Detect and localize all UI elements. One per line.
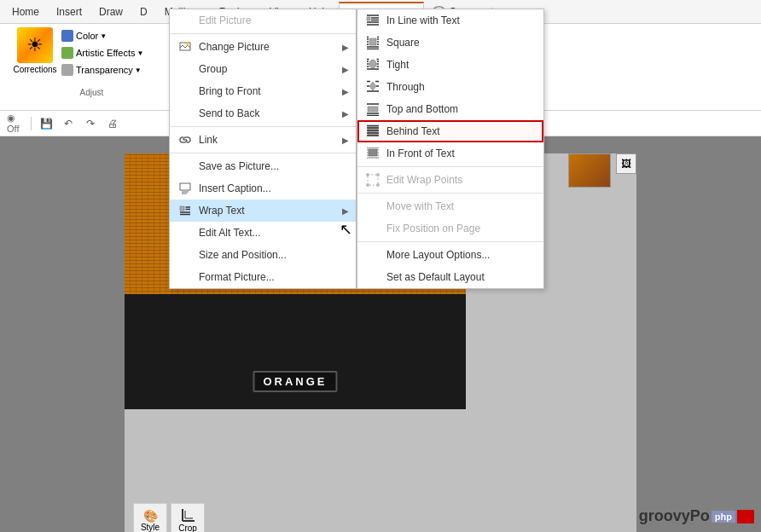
crop-doc-button[interactable]: Crop: [171, 503, 205, 532]
sub-through[interactable]: Through: [357, 76, 543, 98]
artistic-effects-button[interactable]: Artistic Effects ▼: [60, 44, 145, 61]
sub-tight[interactable]: Tight: [357, 54, 543, 76]
topbottom-wrap-icon: [364, 102, 381, 116]
ctx-group[interactable]: Group ▶: [170, 58, 356, 80]
svg-point-82: [366, 173, 369, 176]
ctx-change-picture[interactable]: Change Picture ▶: [170, 36, 356, 58]
tight-wrap-icon: [364, 58, 381, 72]
edit-wrap-icon: [364, 173, 381, 187]
svg-rect-65: [368, 107, 378, 112]
svg-rect-32: [367, 17, 370, 20]
ctx-sep-2: [170, 126, 356, 127]
svg-rect-81: [368, 175, 378, 185]
change-picture-arrow: ▶: [342, 43, 349, 52]
link-icon: [177, 133, 194, 147]
sub-move-with-text: Move with Text: [357, 195, 543, 217]
tab-insert[interactable]: Insert: [48, 3, 90, 21]
behind-text-icon: [364, 124, 381, 138]
group-icon: [177, 62, 194, 76]
ctx-insert-caption[interactable]: Insert Caption...: [170, 177, 356, 200]
ctx-bring-to-front[interactable]: Bring to Front ▶: [170, 80, 356, 102]
watermark-php: php: [712, 511, 735, 523]
sub-behind-text[interactable]: Behind Text: [357, 120, 543, 142]
tab-home[interactable]: Home: [3, 3, 48, 21]
svg-marker-59: [369, 82, 376, 90]
sub-inline-text[interactable]: In Line with Text: [357, 9, 543, 32]
through-wrap-icon: [364, 80, 381, 94]
corrections-icon: ☀: [17, 27, 53, 63]
bottom-toolbar: 🎨 Style Crop: [133, 503, 205, 532]
toggle-button[interactable]: ◉ Off: [7, 114, 26, 133]
svg-rect-80: [369, 149, 377, 156]
link-arrow: ▶: [342, 136, 349, 145]
save-picture-icon: [177, 159, 194, 173]
tab-d[interactable]: D: [131, 3, 156, 21]
svg-point-85: [376, 183, 380, 187]
ctx-save-as-picture[interactable]: Save as Picture...: [170, 155, 356, 177]
ctx-edit-alt-text[interactable]: Edit Alt Text...: [170, 222, 356, 244]
corrections-label: Corrections: [13, 65, 56, 74]
style-button[interactable]: 🎨 Style: [133, 503, 167, 532]
sub-sep-1: [357, 166, 543, 167]
svg-rect-27: [180, 206, 184, 211]
edit-picture-icon: [177, 14, 194, 27]
send-back-arrow: ▶: [342, 109, 349, 119]
sub-in-front-text[interactable]: In Front of Text: [357, 142, 543, 165]
format-pic-icon: [177, 270, 194, 284]
group-arrow: ▶: [342, 65, 349, 74]
tab-draw[interactable]: Draw: [90, 3, 131, 21]
sub-edit-wrap-points: Edit Wrap Points: [357, 169, 543, 191]
transparency-button[interactable]: Transparency ▼: [60, 61, 145, 78]
svg-point-49: [369, 60, 376, 68]
context-menu: Edit Picture Change Picture ▶ Group ▶ Br…: [169, 9, 357, 289]
corrections-button[interactable]: ☀ Corrections: [14, 27, 56, 74]
ctx-wrap-text[interactable]: Wrap Text ▶: [170, 200, 356, 222]
more-layout-icon: [364, 248, 381, 262]
move-text-icon: [364, 200, 381, 213]
undo-button[interactable]: ↶: [59, 114, 78, 133]
transparency-dropdown-arrow[interactable]: ▼: [135, 66, 142, 74]
wrap-text-submenu: In Line with Text Square Tight Through T…: [357, 9, 544, 289]
watermark-text: groovyPo: [639, 507, 710, 525]
insert-caption-icon: [177, 182, 194, 195]
picture-icon-button[interactable]: 🖼: [616, 153, 636, 174]
bring-front-icon: [177, 84, 194, 98]
sub-fix-position: Fix Position on Page: [357, 217, 543, 240]
color-button[interactable]: Color ▼: [60, 27, 145, 44]
wrap-text-ctx-icon: [177, 204, 194, 217]
watermark-red-box: [737, 510, 754, 523]
print-button[interactable]: 🖨: [103, 114, 122, 133]
artistic-dropdown-arrow[interactable]: ▼: [137, 49, 143, 57]
redo-button[interactable]: ↷: [81, 114, 100, 133]
sub-more-layout[interactable]: More Layout Options...: [357, 244, 543, 266]
ctx-size-position[interactable]: Size and Position...: [170, 244, 356, 266]
svg-point-22: [187, 43, 189, 46]
svg-point-84: [366, 183, 369, 187]
inline-text-icon: [364, 14, 381, 27]
fix-pos-icon: [364, 222, 381, 235]
infront-text-icon: [364, 147, 381, 160]
color-dropdown-arrow[interactable]: ▼: [100, 32, 107, 40]
thumbnail-image[interactable]: [568, 153, 611, 188]
svg-rect-38: [369, 38, 376, 45]
bring-front-arrow: ▶: [342, 87, 349, 96]
size-pos-icon: [177, 248, 194, 262]
ctx-sep-1: [170, 33, 356, 34]
sub-set-default[interactable]: Set as Default Layout: [357, 266, 543, 288]
wrap-text-arrow-ctx: ▶: [342, 206, 349, 216]
save-button[interactable]: 💾: [37, 114, 55, 133]
set-default-icon: [364, 270, 381, 284]
ctx-format-picture[interactable]: Format Picture...: [170, 266, 356, 288]
sub-top-bottom[interactable]: Top and Bottom: [357, 98, 543, 120]
send-back-icon: [177, 107, 194, 120]
sub-square[interactable]: Square: [357, 32, 543, 54]
ctx-send-to-back[interactable]: Send to Back ▶: [170, 102, 356, 124]
orange-logo: ORANGE: [253, 371, 337, 392]
ctx-link[interactable]: Link ▶: [170, 129, 356, 151]
ctx-sep-3: [170, 153, 356, 153]
alt-text-icon: [177, 226, 194, 240]
sub-sep-2: [357, 193, 543, 194]
ctx-edit-picture: Edit Picture: [170, 9, 356, 32]
svg-rect-24: [180, 183, 190, 190]
square-wrap-icon: [364, 36, 381, 49]
